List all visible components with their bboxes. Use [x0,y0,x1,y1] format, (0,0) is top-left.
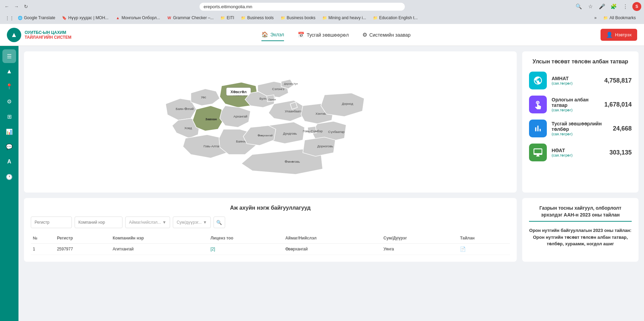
income-icon-bg [529,96,547,113]
amnат-icon-bg [529,72,547,89]
login-icon: 👤 [606,32,613,38]
region-govisumber[interactable] [308,126,317,134]
back-button[interactable]: ← [3,2,11,11]
nav-special-permit[interactable]: 📅 Тусгай зөвшөөрөл [298,28,349,41]
table-panel: Аж ахуйн нэгж байгууллагууд Аймаг/нийслэ… [24,198,517,262]
sidebar-item-gear[interactable]: ⚙ [2,95,16,108]
sum-chevron-icon: ▼ [203,220,207,225]
amnат-value: 4,758,817 [604,77,632,84]
more-bookmarks-button[interactable]: » [592,14,600,21]
register-input[interactable] [31,217,72,228]
sidebar-item-chat[interactable]: 💬 [2,140,16,153]
income-label: Орлогын албан татвар [552,97,600,108]
search-button[interactable]: 🔍 [214,217,225,228]
chart-icon: 📊 [6,128,13,135]
bookmark-label: Education English t... [379,15,418,20]
report-icon[interactable]: 📄 [460,246,466,252]
amnат-info: АМНАТ (сая.төгрөг) [552,76,600,86]
sum-select[interactable]: Сум/дүүрэг... ▼ [173,217,211,228]
region-orkhon[interactable] [267,95,274,102]
reload-button[interactable]: ↻ [22,2,30,11]
nav-home-label: Эхлэл [270,32,284,37]
sidebar-item-chart[interactable]: 📊 [2,125,16,138]
map-panel: Баян-Өлгий Увс Ховд Завхан Хөвсгөл [24,51,517,193]
stats-panel: Улсын төсөвт төлсөн албан татвар АМНАТ (… [522,51,639,193]
region-dornod[interactable] [321,93,364,117]
region-arkhangai[interactable] [220,106,250,127]
company-input[interactable] [75,217,123,228]
permit-icon-bg [529,120,547,137]
col-aimag: Аймаг/Нийслэл [283,233,382,244]
nav-home[interactable]: 🏠 Эхлэл [261,28,284,41]
chat-icon: 💬 [6,144,13,150]
star-icon[interactable]: ☆ [586,2,595,11]
cell-report[interactable]: 📄 [458,244,510,255]
sidebar-item-menu[interactable]: ☰ [2,49,16,63]
region-uvurkhangai[interactable] [243,126,276,146]
nqat-sublabel: (сая.төгрөг) [552,153,605,158]
extensions-icon[interactable]: 🧩 [609,2,618,11]
login-button[interactable]: 👤 Нэвтрэх [601,29,637,41]
pin-icon: 📍 [6,83,13,90]
main-nav: 🏠 Эхлэл 📅 Тусгай зөвшөөрөл ⚙ Системийн з… [72,28,601,41]
bookmark-nuur-huudas[interactable]: 🔖 Нүүр хуудас | МОН... [59,14,111,21]
region-zavkhan[interactable] [193,106,223,131]
search-icon[interactable]: 🔍 [574,2,583,11]
bookmark-label: Монголын Олборл... [121,15,160,20]
mongolian-icon: ▲ [115,15,120,20]
logo-line1: ОУИТБС-ЫН ЦАХИМ [25,30,72,35]
cell-aimag: Өвөрхангай [283,244,382,255]
sidebar-item-pin[interactable]: 📍 [2,79,16,93]
logo-area: ▲ ОУИТБС-ЫН ЦАХИМ ТАЙЛАНГИЙН СИСТЕМ [7,28,72,42]
browser-actions: 🔍 ☆ 🎤 🧩 ⋮ S [574,2,641,11]
sidebar-item-logo[interactable]: ▲ [2,64,16,78]
bookmark-eiti[interactable]: 📁 EITI [218,14,237,21]
nav-system-guide[interactable]: ⚙ Системийн заавар [362,28,411,41]
nqat-value: 303,135 [609,149,632,156]
region-dornogobi[interactable] [303,137,335,156]
bookmark-business-books[interactable]: 📁 Business books [278,14,318,21]
grammar-icon: W [167,15,172,20]
sidebar-item-grid[interactable]: ⊞ [2,110,16,123]
menu-dots-icon[interactable]: ⋮ [621,2,630,11]
aimag-select[interactable]: Аймаг/нийслэл... ▼ [125,217,170,228]
cell-license[interactable]: [2] [208,244,283,255]
info-section-1: Газрын тосны хайгуул, олборлолт эрхэлдэг… [529,205,632,222]
table-title: Аж ахуйн нэгж байгууллагууд [31,205,510,211]
stats-title: Улсын төсөвт төлсөн албан татвар [529,58,632,65]
sidebar-item-text[interactable]: A [2,155,16,169]
bookmark-google-translate[interactable]: 🌐 Google Translate [15,14,58,21]
region-darkhan[interactable] [281,79,294,88]
folder-eiti-icon: 📁 [220,15,225,20]
logo-line2: ТАЙЛАНГИЙН СИСТЕМ [25,35,72,40]
forward-button[interactable]: → [12,2,21,11]
cell-register: 2597977 [55,244,111,255]
bookmark-education[interactable]: 📁 Education English t... [370,14,421,21]
bookmark-business-tools[interactable]: 📁 Business tools [238,14,276,21]
bookmark-grammar[interactable]: W Grammar Checker –... [164,14,217,21]
col-sum: Сум/Дүүрэг [382,233,458,244]
user-avatar[interactable]: S [632,2,641,11]
mic-icon[interactable]: 🎤 [597,2,606,11]
bookmark-mining[interactable]: 📁 Mining and heavy i... [320,14,369,21]
triangle-icon: ▲ [6,68,12,75]
folder-mining-icon: 📁 [322,15,327,20]
table-row: 1 2597977 Агитхангай [2] Өвөрхангай Уянг… [31,244,510,255]
license-link[interactable]: [2] [210,247,215,251]
all-bookmarks[interactable]: 📁 All Bookmarks [601,14,639,21]
cell-num: 1 [31,244,55,255]
apps-grid-icon[interactable]: ⋮⋮ [5,14,14,22]
col-register: Регистр [55,233,111,244]
address-bar[interactable]: ereports.eitimongolia.mn [199,3,405,11]
region-uvs[interactable] [191,89,220,106]
sidebar-item-history[interactable]: 🕐 [2,170,16,184]
nuur-icon: 🔖 [62,15,67,20]
browser-toolbar: ← → ↻ ereports.eitimongolia.mn 🔍 ☆ 🎤 🧩 ⋮… [3,2,641,11]
settings-icon: ⚙ [362,32,367,38]
main-layout: ☰ ▲ 📍 ⚙ ⊞ 📊 💬 A 🕐 [0,46,644,321]
bookmark-mongolian[interactable]: ▲ Монголын Олборл... [113,14,163,21]
more-icon: » [594,15,597,20]
stat-card-income: Орлогын албан татвар (сая.төгрөг) 1,678,… [529,96,632,113]
monitor-icon [533,148,543,157]
nav-guide-label: Системийн заавар [369,32,411,38]
